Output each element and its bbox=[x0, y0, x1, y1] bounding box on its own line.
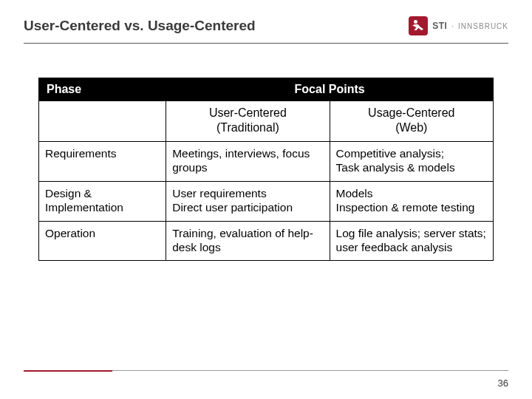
cell-phase: Operation bbox=[39, 221, 166, 261]
col-phase-header: Phase bbox=[39, 78, 166, 101]
comparison-table: Phase Focal Points User-Centered (Tradit… bbox=[38, 78, 494, 261]
subhead-usage-centered: Usage-Centered (Web) bbox=[330, 101, 493, 142]
table-header-row: Phase Focal Points bbox=[39, 78, 494, 101]
cell-usage: Log file analysis; server stats; user fe… bbox=[330, 221, 493, 261]
col-focal-header: Focal Points bbox=[166, 78, 494, 101]
cell-user: Training, evaluation of help-desk logs bbox=[166, 221, 330, 261]
cell-usage: Models Inspection & remote testing bbox=[330, 181, 493, 221]
slide: User-Centered vs. Usage-Centered STI · I… bbox=[0, 0, 532, 399]
logo-icon bbox=[409, 16, 428, 35]
footer-accent bbox=[24, 370, 112, 372]
cell-user: Meetings, interviews, focus groups bbox=[166, 142, 330, 182]
header: User-Centered vs. Usage-Centered STI · I… bbox=[24, 16, 508, 35]
table-subheader-row: User-Centered (Traditional) Usage-Center… bbox=[39, 101, 494, 142]
header-divider bbox=[24, 43, 508, 44]
table-row: Operation Training, evaluation of help-d… bbox=[39, 221, 494, 261]
logo-abbr: STI bbox=[432, 21, 447, 31]
empty-cell bbox=[39, 101, 166, 142]
cell-user: User requirements Direct user participat… bbox=[166, 181, 330, 221]
table-row: Design & Implementation User requirement… bbox=[39, 181, 494, 221]
table-row: Requirements Meetings, interviews, focus… bbox=[39, 142, 494, 182]
cell-usage: Competitive analysis; Task analysis & mo… bbox=[330, 142, 493, 182]
logo: STI · INNSBRUCK bbox=[409, 16, 508, 35]
subhead-user-centered: User-Centered (Traditional) bbox=[166, 101, 330, 142]
logo-org: INNSBRUCK bbox=[458, 22, 508, 30]
slide-title: User-Centered vs. Usage-Centered bbox=[24, 18, 256, 34]
cell-phase: Design & Implementation bbox=[39, 181, 166, 221]
page-number: 36 bbox=[498, 378, 508, 389]
cell-phase: Requirements bbox=[39, 142, 166, 182]
